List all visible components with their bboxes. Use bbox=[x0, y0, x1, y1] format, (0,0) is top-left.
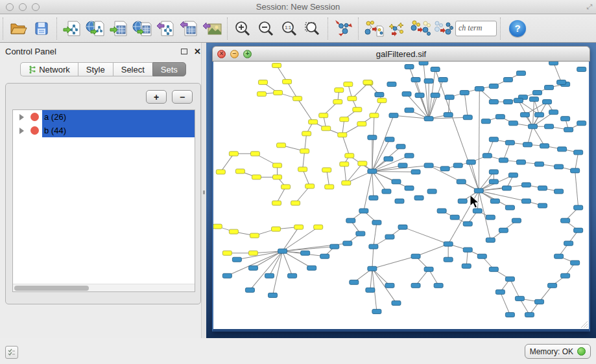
graph-node[interactable] bbox=[372, 220, 381, 225]
graph-node[interactable] bbox=[460, 91, 469, 95]
graph-node[interactable] bbox=[414, 196, 423, 200]
hide-selected-button[interactable] bbox=[432, 17, 455, 40]
graph-node[interactable] bbox=[445, 95, 454, 100]
graph-node[interactable] bbox=[558, 147, 567, 152]
graph-node[interactable] bbox=[288, 273, 297, 278]
graph-node[interactable] bbox=[505, 141, 514, 145]
graph-node[interactable] bbox=[345, 154, 354, 158]
export-table-button[interactable] bbox=[177, 17, 200, 40]
graph-node[interactable] bbox=[538, 186, 547, 190]
graph-node[interactable] bbox=[419, 62, 428, 65]
import-table-web-button[interactable] bbox=[130, 17, 154, 40]
graph-node[interactable] bbox=[338, 133, 347, 137]
graph-node[interactable] bbox=[274, 91, 283, 95]
float-panel-icon[interactable] bbox=[181, 49, 187, 54]
graph-node[interactable] bbox=[258, 80, 267, 85]
graph-node[interactable] bbox=[309, 120, 318, 124]
graph-node[interactable] bbox=[424, 163, 433, 168]
graph-node[interactable] bbox=[396, 144, 405, 149]
graph-node[interactable] bbox=[489, 100, 498, 104]
graph-node[interactable] bbox=[549, 62, 558, 65]
graph-node[interactable] bbox=[554, 165, 564, 169]
graph-node[interactable] bbox=[574, 228, 583, 233]
graph-node[interactable] bbox=[571, 168, 580, 173]
graph-node[interactable] bbox=[557, 80, 566, 85]
graph-node[interactable] bbox=[346, 218, 355, 223]
tab-style[interactable]: Style bbox=[78, 62, 113, 76]
graph-node[interactable] bbox=[540, 144, 549, 148]
graph-node[interactable] bbox=[534, 113, 543, 117]
graph-node[interactable] bbox=[278, 249, 287, 253]
graph-node[interactable] bbox=[213, 224, 222, 229]
graph-node[interactable] bbox=[272, 201, 281, 205]
graph-node[interactable] bbox=[222, 251, 232, 255]
graph-node[interactable] bbox=[387, 82, 396, 87]
graph-node[interactable] bbox=[554, 189, 564, 194]
graph-node[interactable] bbox=[369, 244, 378, 249]
graph-node[interactable] bbox=[521, 199, 530, 203]
graph-node[interactable] bbox=[322, 168, 331, 172]
tab-sets[interactable]: Sets bbox=[152, 62, 186, 76]
graph-node[interactable] bbox=[257, 92, 266, 97]
zoom-out-button[interactable] bbox=[254, 17, 278, 40]
help-button[interactable]: ? bbox=[509, 20, 526, 37]
graph-node[interactable] bbox=[302, 131, 311, 136]
graph-node[interactable] bbox=[444, 257, 453, 262]
graph-node[interactable] bbox=[369, 196, 378, 200]
graph-node[interactable] bbox=[268, 293, 278, 297]
graph-node[interactable] bbox=[520, 113, 529, 117]
graph-node[interactable] bbox=[495, 290, 505, 294]
import-network-file-button[interactable] bbox=[60, 17, 84, 40]
graph-node[interactable] bbox=[503, 78, 512, 82]
graph-node[interactable] bbox=[486, 215, 495, 220]
graph-node[interactable] bbox=[561, 218, 570, 223]
graph-node[interactable] bbox=[265, 273, 274, 278]
network-graph[interactable] bbox=[213, 62, 589, 329]
graph-node[interactable] bbox=[314, 225, 323, 229]
graph-node[interactable] bbox=[444, 113, 453, 117]
import-table-file-button[interactable] bbox=[107, 17, 130, 40]
graph-node[interactable] bbox=[405, 108, 414, 113]
import-network-web-button[interactable] bbox=[84, 17, 107, 40]
graph-node[interactable] bbox=[462, 264, 471, 268]
graph-node[interactable] bbox=[335, 88, 344, 93]
graph-node[interactable] bbox=[503, 100, 512, 104]
graph-node[interactable] bbox=[561, 117, 570, 121]
expander-icon[interactable] bbox=[19, 114, 24, 120]
graph-node[interactable] bbox=[561, 273, 570, 278]
remove-set-button[interactable]: − bbox=[172, 90, 193, 104]
graph-node[interactable] bbox=[300, 149, 309, 154]
open-session-button[interactable] bbox=[6, 17, 30, 40]
graph-node[interactable] bbox=[250, 233, 259, 238]
graph-node[interactable] bbox=[529, 97, 538, 102]
graph-node[interactable] bbox=[477, 254, 486, 258]
graph-node[interactable] bbox=[330, 244, 339, 249]
graph-node[interactable] bbox=[273, 163, 282, 168]
graph-node[interactable] bbox=[457, 179, 466, 184]
graph-node[interactable] bbox=[305, 184, 315, 188]
graph-node[interactable] bbox=[353, 108, 362, 112]
graph-node[interactable] bbox=[301, 251, 310, 255]
graph-node[interactable] bbox=[489, 84, 498, 89]
graph-node[interactable] bbox=[475, 87, 484, 91]
memory-status-button[interactable]: Memory: OK bbox=[525, 344, 591, 359]
graph-node[interactable] bbox=[534, 299, 543, 304]
graph-node[interactable] bbox=[235, 169, 244, 174]
graph-node[interactable] bbox=[319, 113, 328, 118]
export-network-button[interactable] bbox=[154, 17, 177, 40]
graph-node[interactable] bbox=[434, 283, 443, 288]
graph-node[interactable] bbox=[490, 199, 499, 203]
graph-node[interactable] bbox=[283, 80, 292, 84]
graph-node[interactable] bbox=[298, 167, 307, 172]
graph-node[interactable] bbox=[248, 266, 257, 270]
graph-node[interactable] bbox=[495, 115, 505, 119]
graph-node[interactable] bbox=[545, 124, 554, 129]
graph-node[interactable] bbox=[385, 234, 394, 239]
graph-node[interactable] bbox=[523, 142, 532, 147]
graph-node[interactable] bbox=[333, 100, 342, 104]
graph-node[interactable] bbox=[325, 185, 334, 189]
graph-node[interactable] bbox=[521, 183, 530, 187]
graph-node[interactable] bbox=[392, 179, 401, 184]
graph-node[interactable] bbox=[554, 254, 564, 258]
graph-node[interactable] bbox=[489, 179, 498, 184]
